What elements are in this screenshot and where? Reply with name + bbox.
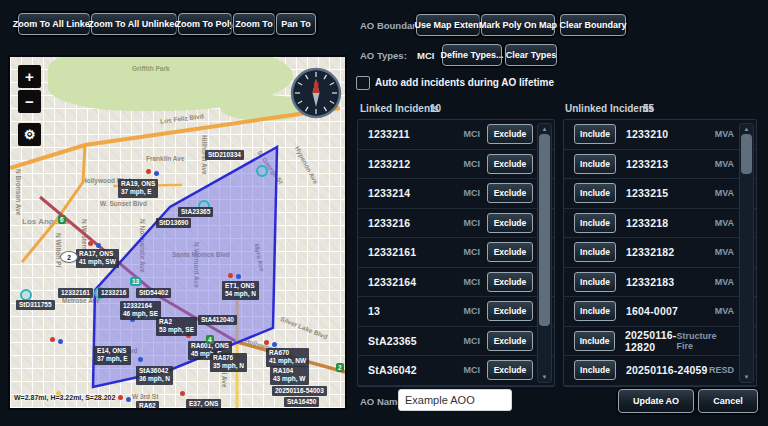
incident-label[interactable]: RA2 53 mph, SE xyxy=(156,317,197,336)
scroll-down-icon[interactable]: ▼ xyxy=(538,373,551,381)
linked-row[interactable]: 12332164MCIExclude xyxy=(358,268,554,298)
vehicle-marker[interactable] xyxy=(50,337,55,342)
include-button[interactable]: Include xyxy=(574,124,616,144)
pan-to-button[interactable]: Pan To xyxy=(276,13,316,35)
map-settings-gear-icon[interactable]: ⚙ xyxy=(18,123,41,146)
incident-label[interactable]: RA62 xyxy=(136,401,159,408)
vehicle-marker[interactable] xyxy=(264,340,269,345)
incident-label[interactable]: RA104 43 mph, W xyxy=(270,366,309,385)
clear-types-button[interactable]: Clear Types xyxy=(505,44,557,66)
vehicle-marker[interactable] xyxy=(58,339,63,344)
define-types-button[interactable]: Define Types... xyxy=(442,44,502,66)
vehicle-marker[interactable] xyxy=(236,274,241,279)
incident-label[interactable]: ET1, ONS 54 mph, N xyxy=(222,281,259,300)
incident-label[interactable]: E37, ONS xyxy=(186,399,221,408)
incident-label[interactable]: RA19, ONS 37 mph, E xyxy=(118,179,158,198)
unlinked-row[interactable]: Include1233218MVA xyxy=(564,209,756,239)
incident-label[interactable]: 12332164 46 mph, SE xyxy=(120,301,161,320)
exclude-button[interactable]: Exclude xyxy=(487,301,533,321)
linked-row[interactable]: StA23365MCIExclude xyxy=(358,327,554,357)
zoom-to-all-linked-button[interactable]: Zoom To All Linked xyxy=(18,13,90,35)
scroll-up-icon[interactable]: ▲ xyxy=(740,125,753,133)
incident-label[interactable]: StA23365 xyxy=(178,207,213,217)
map-zoom-in-button[interactable]: + xyxy=(18,65,41,88)
incident-label[interactable]: 1233216 xyxy=(98,288,129,298)
incident-label[interactable]: StD311755 xyxy=(16,300,55,310)
exclude-button[interactable]: Exclude xyxy=(487,242,533,262)
include-button[interactable]: Include xyxy=(574,154,616,174)
linked-row[interactable]: 1233212MCIExclude xyxy=(358,150,554,180)
vehicle-marker[interactable] xyxy=(126,397,131,402)
vehicle-marker[interactable] xyxy=(180,391,185,396)
ao-name-input[interactable] xyxy=(398,389,512,411)
unlinked-list-scrollbar[interactable]: ▲ ▼ xyxy=(739,123,754,383)
scrollbar-thumb[interactable] xyxy=(539,134,550,326)
incident-label[interactable]: RA670 41 mph, NW xyxy=(266,348,309,367)
include-button[interactable]: Include xyxy=(574,183,616,203)
incident-label[interactable]: 20250116-54003 xyxy=(272,386,327,396)
vehicle-marker[interactable] xyxy=(154,171,159,176)
compass-widget[interactable]: N xyxy=(290,67,342,119)
clear-boundary-button[interactable]: Clear Boundary xyxy=(560,14,626,36)
linked-row[interactable]: 13MCIExclude xyxy=(358,297,554,327)
incident-label[interactable]: StA412040 xyxy=(198,315,237,325)
unlinked-row[interactable]: Include1604-0007MVA xyxy=(564,297,756,327)
scrollbar-thumb[interactable] xyxy=(741,134,752,174)
incident-ring-marker[interactable] xyxy=(256,165,268,177)
cancel-button[interactable]: Cancel xyxy=(698,389,758,413)
exclude-button[interactable]: Exclude xyxy=(487,331,533,351)
vehicle-marker[interactable] xyxy=(96,243,101,248)
incident-label[interactable]: StD210334 xyxy=(205,150,244,160)
incident-label[interactable]: RA876 35 mph, N xyxy=(210,353,247,372)
linked-row[interactable]: 1233214MCIExclude xyxy=(358,179,554,209)
vehicle-marker[interactable] xyxy=(228,273,233,278)
exclude-button[interactable]: Exclude xyxy=(487,124,533,144)
incident-label[interactable]: E14, ONS 37 mph, E xyxy=(94,346,131,365)
incident-label[interactable]: StA16450 xyxy=(284,397,319,407)
linked-list-scrollbar[interactable]: ▲ ▼ xyxy=(537,123,552,383)
incident-label[interactable]: StA36042 36 mph, N xyxy=(136,366,173,385)
include-button[interactable]: Include xyxy=(574,331,615,351)
vehicle-marker[interactable] xyxy=(118,395,123,400)
unlinked-row[interactable]: Include12332182MVA xyxy=(564,238,756,268)
vehicle-marker[interactable] xyxy=(88,241,93,246)
vehicle-marker[interactable] xyxy=(146,169,151,174)
incident-badge[interactable]: 13 xyxy=(130,277,141,286)
update-ao-button[interactable]: Update AO xyxy=(618,389,694,413)
map-zoom-out-button[interactable]: − xyxy=(18,90,41,113)
incident-label[interactable]: 12332161 xyxy=(58,288,93,298)
incident-label[interactable]: RA17, ONS 41 mph, SW xyxy=(76,249,119,268)
linked-row[interactable]: 1233211MCIExclude xyxy=(358,120,554,150)
include-button[interactable]: Include xyxy=(574,213,616,233)
exclude-button[interactable]: Exclude xyxy=(487,213,533,233)
use-map-extent-button[interactable]: Use Map Extent xyxy=(416,14,480,36)
include-button[interactable]: Include xyxy=(574,242,616,262)
include-button[interactable]: Include xyxy=(574,360,616,380)
zoom-to-button[interactable]: Zoom To xyxy=(233,13,275,35)
include-button[interactable]: Include xyxy=(574,272,616,292)
map-canvas[interactable]: Griffith Park Los Feliz Blvd Franklin Av… xyxy=(10,57,345,408)
incident-label[interactable]: StD13690 xyxy=(156,218,191,228)
unlinked-row[interactable]: Include20250116-12820Structure Fire xyxy=(564,327,756,357)
zoom-to-poly-button[interactable]: Zoom To Poly xyxy=(178,13,232,35)
unlinked-row[interactable]: Include1233215MVA xyxy=(564,179,756,209)
exclude-button[interactable]: Exclude xyxy=(487,272,533,292)
include-button[interactable]: Include xyxy=(574,301,616,321)
exclude-button[interactable]: Exclude xyxy=(487,360,533,380)
mark-poly-on-map-button[interactable]: Mark Poly On Map xyxy=(481,14,555,36)
exclude-button[interactable]: Exclude xyxy=(487,183,533,203)
linked-row[interactable]: 12332161MCIExclude xyxy=(358,238,554,268)
scroll-down-icon[interactable]: ▼ xyxy=(740,373,753,381)
unlinked-row[interactable]: Include1233210MVA xyxy=(564,120,756,150)
vehicle-marker[interactable] xyxy=(138,357,143,362)
exclude-button[interactable]: Exclude xyxy=(487,154,533,174)
zoom-to-all-unlinked-button[interactable]: Zoom To All Unlinked xyxy=(91,13,177,35)
auto-add-checkbox[interactable] xyxy=(356,76,370,90)
unlinked-row[interactable]: Include12332183MVA xyxy=(564,268,756,298)
unlinked-row[interactable]: Include1233213MVA xyxy=(564,150,756,180)
scroll-up-icon[interactable]: ▲ xyxy=(538,125,551,133)
incident-label[interactable]: StD54402 xyxy=(136,288,171,298)
linked-row[interactable]: StA36042MCIExclude xyxy=(358,356,554,386)
linked-row[interactable]: 1233216MCIExclude xyxy=(358,209,554,239)
unlinked-row[interactable]: Include20250116-24059RESD xyxy=(564,356,756,386)
